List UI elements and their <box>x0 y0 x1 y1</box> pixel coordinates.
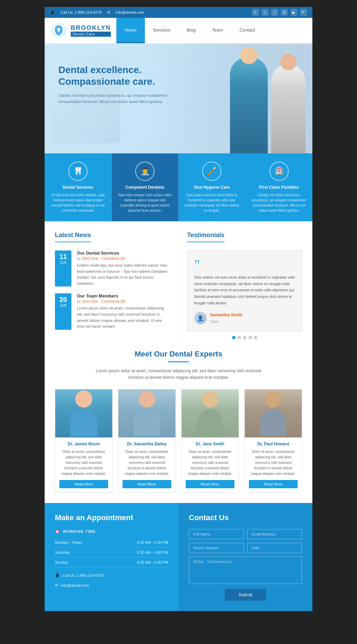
news-item-1: 11 JUN Our Dental Services by John Doe C… <box>55 250 170 286</box>
feature-dental-title: Dental Services <box>50 185 106 190</box>
hero-section: Dental excellence.Compassionate care. Cl… <box>45 44 312 153</box>
news-byline-1: by John Doe Comments (0) <box>77 256 170 260</box>
team-photo-4 <box>245 389 302 437</box>
feature-facilities-desc: Claritas est etiam processus dynamicus, … <box>251 192 307 213</box>
dot-1[interactable] <box>232 336 235 339</box>
doctor-head-1 <box>240 47 257 64</box>
doctor-1-illustration <box>70 390 97 436</box>
news-comments-2[interactable]: Comments (0) <box>101 299 125 303</box>
dot-4[interactable] <box>249 336 252 339</box>
phone-icon-apt: 📱 <box>55 573 60 577</box>
schedule-table: Monday - Friday 8:00 AM - 5:30 PM Saturd… <box>55 538 168 567</box>
facilities-icon: 🏥 <box>269 162 289 181</box>
other-info-textarea[interactable] <box>189 557 302 584</box>
feature-oral-hygiene: 🪥 Oral Hygiene Care Duis autem vel eum i… <box>178 153 245 221</box>
team-text-4: Dolor sit amet, consectetuer adipiscing … <box>249 449 298 477</box>
news-item-2: 20 JUN Our Team Members by John Doe Comm… <box>55 293 170 329</box>
working-time-text: WORKING TIME <box>63 529 96 534</box>
read-more-btn-4[interactable]: Read More <box>249 480 298 488</box>
doctor-figure-2 <box>271 64 306 153</box>
team-underline <box>168 361 189 362</box>
read-more-btn-1[interactable]: Read More <box>59 480 108 488</box>
team-photo-3 <box>182 389 239 437</box>
testimonials-section: Testimonials " Duis autem vel eum iriure… <box>178 232 302 339</box>
googleplus-icon[interactable]: G <box>281 9 288 16</box>
nav-team[interactable]: Team <box>204 18 231 43</box>
top-bar: 📱 Call Us: 1-800-214-6278 ✉ info@dental.… <box>45 7 312 18</box>
dot-2[interactable] <box>238 336 241 339</box>
twitter-icon[interactable]: t <box>262 9 268 16</box>
news-date-2: 20 JUN <box>55 293 71 329</box>
schedule-row-0: Monday - Friday 8:00 AM - 5:30 PM <box>55 538 168 548</box>
hours-0: 8:00 AM - 5:30 PM <box>137 540 168 545</box>
apt-phone-text: Call Us: 1-800-214-6278 <box>62 573 104 577</box>
team-text-1: Dolor sit amet, consectetuer adipiscing … <box>59 449 108 477</box>
news-author-2[interactable]: John Doe <box>82 299 98 303</box>
news-headline-1: Our Dental Services <box>77 250 170 256</box>
full-name-input[interactable] <box>189 529 244 539</box>
dot-5[interactable] <box>254 336 257 339</box>
search-icon[interactable]: 🔍 <box>300 9 307 16</box>
oral-hygiene-icon: 🪥 <box>202 162 221 181</box>
submit-button[interactable]: Submit <box>225 589 266 601</box>
feature-hygiene-title: Oral Hygiene Care <box>184 185 240 190</box>
feature-facilities-title: First Class Facilities <box>251 185 307 190</box>
dot-3[interactable] <box>243 336 246 339</box>
testimonials-title: Testimonials <box>187 232 224 242</box>
team-card-1: Dr. James Nixon Dolor sit amet, consecte… <box>55 389 113 493</box>
team-info-4: Dr. Paul Howard Dolor sit amet, consecte… <box>245 437 302 492</box>
feature-dental-desc: Ut wisi enim ad minim veniam, quis nostr… <box>50 192 106 213</box>
facebook-icon[interactable]: f <box>252 9 259 16</box>
news-content-2: Our Team Members by John Doe Comments (0… <box>77 293 170 329</box>
appointment-email: ✉ info@dental.com <box>55 583 168 587</box>
news-author-1[interactable]: John Doe <box>82 256 98 260</box>
hours-2: 9:30 AM - 5:00 PM <box>137 560 168 564</box>
read-more-btn-3[interactable]: Read More <box>186 480 234 488</box>
instagram-icon[interactable]: i <box>271 9 278 16</box>
clock-icon: ⏰ <box>55 529 60 534</box>
news-date-num-2: 20 <box>57 296 69 303</box>
topbar-phone: Call Us: 1-800-214-6278 <box>60 10 102 14</box>
doctor-3-illustration <box>197 391 223 436</box>
testimonial-author: 👤 Samantha Smith Client <box>194 312 295 324</box>
hours-1: 9:30 AM - 5:00 PM <box>137 550 168 554</box>
news-byline-2: by John Doe Comments (0) <box>77 299 170 303</box>
schedule-row-2: Sunday 9:30 AM - 5:00 PM <box>55 558 168 567</box>
news-headline-2: Our Team Members <box>77 293 170 298</box>
top-bar-right: f t i G ▶ 🔍 <box>252 9 307 16</box>
features-bar: 🦷 Dental Services Ut wisi enim ad minim … <box>45 153 312 221</box>
appointment-section: Make an Appointment ⏰ WORKING TIME Monda… <box>45 503 312 611</box>
news-date-month-1: JUN <box>57 261 69 265</box>
nav-home[interactable]: Home <box>116 18 145 43</box>
doctor-figure-1 <box>230 57 268 153</box>
news-section: Latest News 11 JUN Our Dental Services b… <box>55 232 178 339</box>
team-name-1: Dr. James Nixon <box>59 442 108 446</box>
email-icon-apt: ✉ <box>55 583 58 587</box>
team-card-4: Dr. Paul Howard Dolor sit amet, consecte… <box>244 389 302 493</box>
news-date-1: 11 JUN <box>55 250 71 286</box>
day-2: Sunday <box>55 560 68 564</box>
phone-input[interactable] <box>189 543 244 553</box>
appointment-phone: 📱 Call Us: 1-800-214-6278 <box>55 573 168 577</box>
dentists-icon: 👨‍⚕️ <box>135 162 154 181</box>
nav-services[interactable]: Services <box>145 18 178 43</box>
author-role: Client <box>210 319 242 325</box>
news-text-1: Eodem modo typi, qui nunc nobis videntur… <box>77 262 170 286</box>
logo-sub: Dental Care <box>71 32 111 37</box>
team-name-4: Dr. Paul Howard <box>249 442 298 446</box>
author-avatar: 👤 <box>194 312 207 324</box>
email-input[interactable] <box>247 529 302 539</box>
team-description: Lorem ipsum dolor sit amet, consectetuer… <box>93 368 264 381</box>
date-input[interactable] <box>247 543 302 553</box>
nav-items: Home Services Blog Team Contact <box>116 18 312 43</box>
doctor-4-illustration <box>260 391 286 436</box>
news-comments-1[interactable]: Comments (0) <box>101 256 125 260</box>
nav-contact[interactable]: Contact <box>231 18 263 43</box>
team-section: Meet Our Dental Experts Lorem ipsum dolo… <box>45 339 312 503</box>
youtube-icon[interactable]: ▶ <box>290 9 297 16</box>
author-info: Samantha Smith Client <box>210 312 242 324</box>
nav-blog[interactable]: Blog <box>178 18 204 43</box>
read-more-btn-2[interactable]: Read More <box>123 480 171 488</box>
top-bar-left: 📱 Call Us: 1-800-214-6278 ✉ info@dental.… <box>50 10 144 15</box>
logo-icon <box>50 22 67 39</box>
